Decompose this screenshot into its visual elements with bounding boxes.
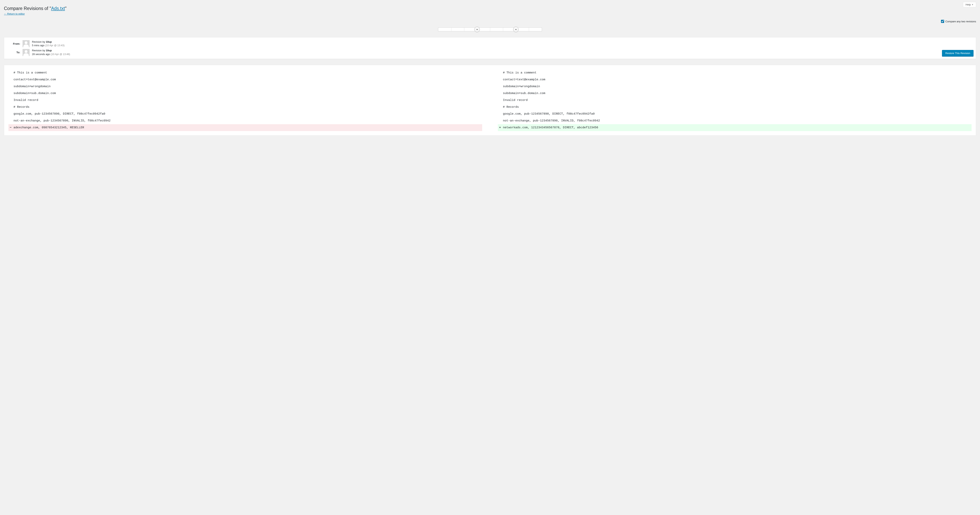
diff-line-left: subdomain=wrongdomain	[13, 83, 482, 90]
slider-handle-to[interactable]: ◂▸	[513, 27, 519, 32]
compare-two-label[interactable]: Compare any two revisions	[945, 20, 976, 23]
avatar	[22, 49, 30, 56]
diff-line-right: google.com, pub-1234567890, DIRECT, f08c…	[502, 110, 972, 117]
page-title-suffix: "	[65, 6, 67, 11]
from-label: From:	[6, 42, 20, 45]
return-to-editor-link[interactable]: ← Return to editor	[4, 12, 25, 15]
revision-author: 10up	[46, 49, 52, 52]
revision-slider[interactable]: ◂▸ ◂▸	[438, 27, 542, 31]
restore-revision-button[interactable]: Restore This Revision	[942, 50, 974, 56]
avatar	[22, 40, 30, 47]
revisions-diff: # This is a comment# This is a commentco…	[4, 65, 976, 135]
diff-removed-line: adexchange.com, 09876543212345, RESELLER	[13, 124, 482, 131]
diff-line-left: contact=text@example.com	[13, 76, 482, 83]
diff-line-left: google.com, pub-1234567890, DIRECT, f08c…	[13, 110, 482, 117]
page-title-link[interactable]: Ads.txt	[51, 6, 65, 11]
slider-handle-from[interactable]: ◂▸	[474, 27, 480, 32]
from-date: (10 Apr @ 13:43)	[45, 44, 65, 47]
diff-line-right: Invalid record	[502, 97, 972, 103]
diff-line-right: subdomain=sub.domain.com	[502, 90, 972, 97]
help-tab-label: Help	[966, 3, 971, 6]
to-date: (10 Apr @ 13:48)	[51, 53, 70, 56]
to-ago: 28 seconds ago	[32, 53, 50, 56]
revision-author: 10up	[46, 40, 52, 43]
chevron-down-icon: ▼	[972, 3, 974, 6]
slider-grip-icon: ◂▸	[515, 29, 517, 30]
diff-line-right: # Records	[502, 103, 972, 110]
diff-line-right: subdomain=wrongdomain	[502, 83, 972, 90]
diff-minus-marker: −	[8, 124, 13, 131]
diff-line-right: # This is a comment	[502, 69, 972, 76]
diff-plus-marker: +	[498, 124, 502, 131]
diff-line-left: Invalid record	[13, 97, 482, 103]
page-title: Compare Revisions of "Ads.txt"	[4, 2, 976, 11]
from-ago: 5 mins ago	[32, 44, 45, 47]
to-label: To:	[6, 51, 20, 54]
revision-by-text: Revision by	[32, 49, 46, 52]
slider-grip-icon: ◂▸	[476, 29, 478, 30]
revisions-meta: From: Revision by 10up 5 mins ago (10 Ap…	[4, 37, 976, 59]
diff-line-left: not-an-exchange, pub-1234567890, INVALID…	[13, 117, 482, 124]
diff-line-left: subdomain=sub.domain.com	[13, 90, 482, 97]
diff-line-left: # This is a comment	[13, 69, 482, 76]
diff-line-right: contact=text@example.com	[502, 76, 972, 83]
diff-line-right: not-an-exchange, pub-1234567890, INVALID…	[502, 117, 972, 124]
revision-by-text: Revision by	[32, 40, 46, 43]
diff-added-line: networkads.com, 1212343456567878, DIRECT…	[502, 124, 972, 131]
help-tab[interactable]: Help ▼	[963, 2, 976, 7]
diff-line-left: # Records	[13, 103, 482, 110]
page-title-prefix: Compare Revisions of "	[4, 6, 51, 11]
compare-two-checkbox[interactable]	[941, 20, 944, 23]
